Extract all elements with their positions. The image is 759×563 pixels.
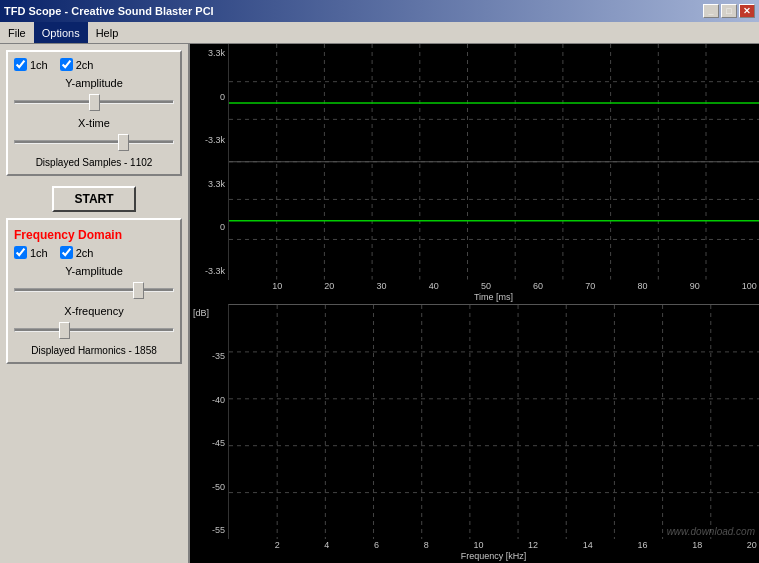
watermark: www.download.com [667, 526, 755, 537]
bot-x-6: 6 [374, 540, 379, 550]
bot-x-16: 16 [637, 540, 647, 550]
freq-y-amplitude-slider[interactable] [14, 281, 174, 299]
bot-x-2: 2 [275, 540, 280, 550]
top-x-30: 30 [377, 281, 387, 291]
x-frequency-slider[interactable] [14, 321, 174, 339]
title-bar: TFD Scope - Creative Sound Blaster PCI _… [0, 0, 759, 22]
top-x-40: 40 [429, 281, 439, 291]
freq-y-amplitude-label: Y-amplitude [14, 265, 174, 277]
top-x-90: 90 [690, 281, 700, 291]
x-frequency-label: X-frequency [14, 305, 174, 317]
bottom-chart-section: [dB] -35 -40 -45 -50 -55 [190, 304, 759, 564]
bottom-x-axis-row: 2 4 6 8 10 12 14 16 18 20 [190, 539, 759, 551]
top-y-label-5: 0 [220, 222, 225, 232]
top-y-label-3: -3.3k [205, 135, 225, 145]
bottom-y-label-5: -55 [212, 525, 225, 535]
freq-domain-title: Frequency Domain [14, 228, 174, 242]
bottom-y-axis: [dB] -35 -40 -45 -50 -55 [190, 304, 228, 540]
bot-x-20: 20 [747, 540, 757, 550]
freq-ch1-label[interactable]: 1ch [14, 246, 48, 259]
top-x-20: 20 [324, 281, 334, 291]
bot-x-8: 8 [424, 540, 429, 550]
freq-domain-section: Frequency Domain 1ch 2ch Y-amplitude X-f… [6, 218, 182, 364]
top-y-label-4: 3.3k [208, 179, 225, 189]
top-x-60: 60 [533, 281, 543, 291]
top-xlabel-row: Time [ms] [190, 292, 759, 304]
time-ch1-checkbox[interactable] [14, 58, 27, 71]
time-ch2-checkbox[interactable] [60, 58, 73, 71]
top-x-80: 80 [637, 281, 647, 291]
y-amplitude-slider[interactable] [14, 93, 174, 111]
menu-bar: File Options Help [0, 22, 759, 44]
time-ch2-label[interactable]: 2ch [60, 58, 94, 71]
left-panel: 1ch 2ch Y-amplitude X-time Displayed Sam… [0, 44, 190, 563]
time-channel-row: 1ch 2ch [14, 58, 174, 71]
top-x-50: 50 [481, 281, 491, 291]
bottom-x-label: Frequency [kHz] [228, 551, 759, 563]
bottom-chart-inner: [dB] -35 -40 -45 -50 -55 [190, 304, 759, 540]
x-time-label: X-time [14, 117, 174, 129]
top-chart-area [228, 44, 759, 280]
bottom-y-label-1: -35 [212, 351, 225, 361]
menu-options[interactable]: Options [34, 22, 88, 43]
bottom-db-label: [dB] [193, 308, 209, 318]
displayed-harmonics: Displayed Harmonics - 1858 [14, 345, 174, 356]
top-y-label-1: 3.3k [208, 48, 225, 58]
minimize-button[interactable]: _ [703, 4, 719, 18]
main-container: 1ch 2ch Y-amplitude X-time Displayed Sam… [0, 44, 759, 563]
bot-x-14: 14 [583, 540, 593, 550]
time-ch1-label[interactable]: 1ch [14, 58, 48, 71]
maximize-button[interactable]: □ [721, 4, 737, 18]
top-y-label-6: -3.3k [205, 266, 225, 276]
bottom-chart-svg [229, 305, 759, 540]
right-panel: 3.3k 0 -3.3k 3.3k 0 -3.3k [190, 44, 759, 563]
top-y-axis: 3.3k 0 -3.3k 3.3k 0 -3.3k [190, 44, 228, 280]
top-chart-inner: 3.3k 0 -3.3k 3.3k 0 -3.3k [190, 44, 759, 280]
time-domain-section: 1ch 2ch Y-amplitude X-time Displayed Sam… [6, 50, 182, 176]
window-title: TFD Scope - Creative Sound Blaster PCI [4, 5, 214, 17]
bot-x-10: 10 [473, 540, 483, 550]
top-chart-svg [229, 44, 759, 280]
top-x-label: Time [ms] [228, 292, 759, 304]
bottom-chart-area: www.download.com [228, 304, 759, 540]
top-x-axis: 10 20 30 40 50 60 70 80 90 100 [228, 280, 759, 292]
top-chart-section: 3.3k 0 -3.3k 3.3k 0 -3.3k [190, 44, 759, 304]
x-time-slider[interactable] [14, 133, 174, 151]
bottom-xlabel-row: Frequency [kHz] [190, 551, 759, 563]
bot-x-12: 12 [528, 540, 538, 550]
top-x-100: 100 [742, 281, 757, 291]
bottom-y-label-2: -40 [212, 395, 225, 405]
bottom-y-label-3: -45 [212, 438, 225, 448]
freq-ch2-checkbox[interactable] [60, 246, 73, 259]
freq-channel-row: 1ch 2ch [14, 246, 174, 259]
top-y-label-2: 0 [220, 92, 225, 102]
bottom-y-label-4: -50 [212, 482, 225, 492]
top-x-70: 70 [585, 281, 595, 291]
top-x-axis-row: 10 20 30 40 50 60 70 80 90 100 [190, 280, 759, 292]
freq-ch2-label[interactable]: 2ch [60, 246, 94, 259]
bottom-x-axis: 2 4 6 8 10 12 14 16 18 20 [228, 539, 759, 551]
bot-x-4: 4 [324, 540, 329, 550]
bot-x-18: 18 [692, 540, 702, 550]
top-x-10: 10 [272, 281, 282, 291]
menu-help[interactable]: Help [88, 22, 127, 43]
window-controls: _ □ ✕ [703, 4, 755, 18]
y-amplitude-label: Y-amplitude [14, 77, 174, 89]
close-button[interactable]: ✕ [739, 4, 755, 18]
start-button[interactable]: START [52, 186, 135, 212]
menu-file[interactable]: File [0, 22, 34, 43]
displayed-samples: Displayed Samples - 1102 [14, 157, 174, 168]
freq-ch1-checkbox[interactable] [14, 246, 27, 259]
start-btn-container: START [6, 186, 182, 212]
